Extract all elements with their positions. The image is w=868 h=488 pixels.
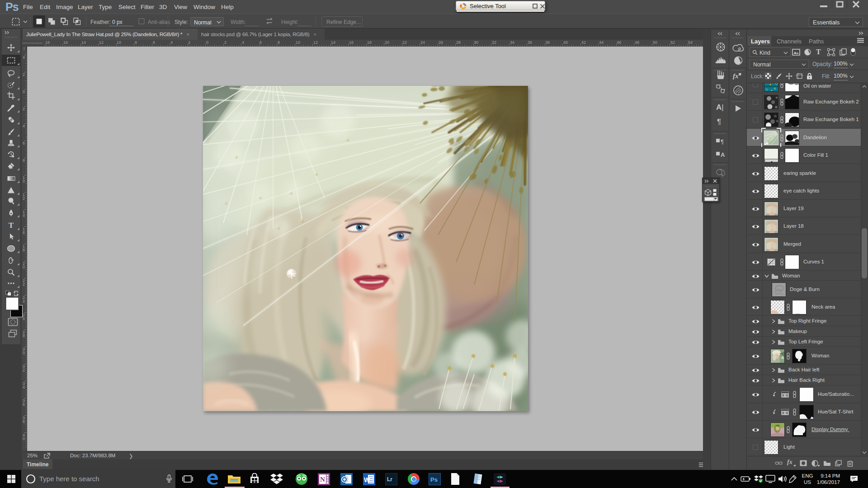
svg-text:T: T xyxy=(9,221,14,229)
svg-text:¶: ¶ xyxy=(721,138,724,145)
svg-text:Ps: Ps xyxy=(430,476,438,483)
svg-text:Lr: Lr xyxy=(387,476,392,483)
svg-text:N: N xyxy=(320,476,325,483)
svg-text:W: W xyxy=(364,476,370,483)
svg-text:A: A xyxy=(721,151,725,158)
